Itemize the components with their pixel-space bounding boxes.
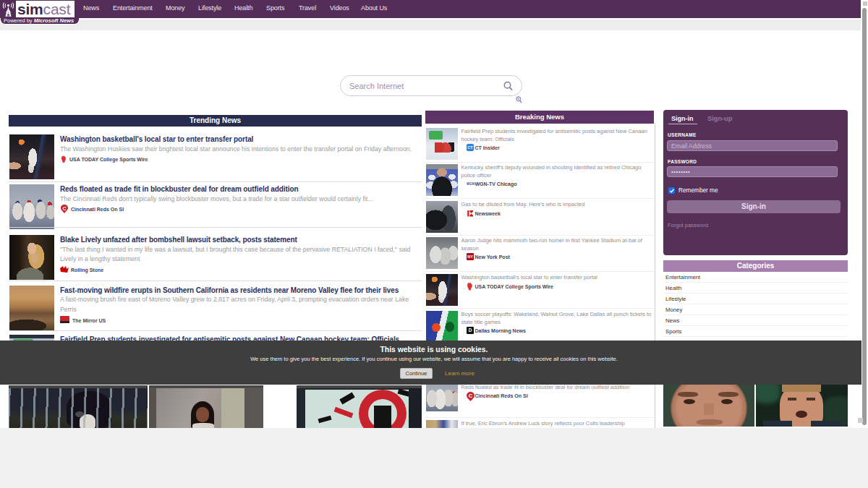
- svg-text:C: C: [62, 206, 66, 211]
- svg-text:C: C: [469, 393, 473, 399]
